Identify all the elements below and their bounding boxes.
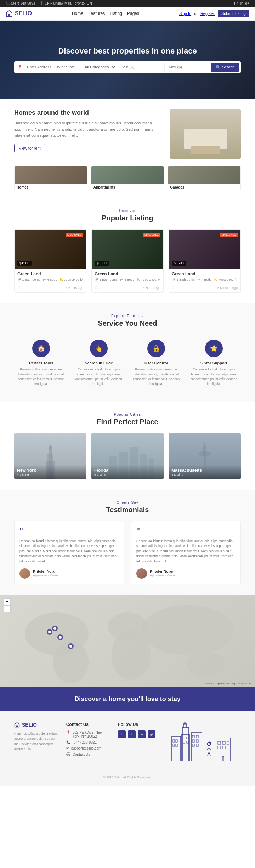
social-links[interactable]: f t in g+ (234, 1, 249, 5)
search-location-icon: 📍 (16, 65, 23, 70)
svg-line-56 (208, 752, 209, 756)
user-control-icon: 🔒 (147, 340, 165, 357)
footer-contact-link[interactable]: 💬 Contact Us (66, 752, 111, 756)
listing-body-3: Green Land 🚿 1 Bathrooms 🛏 4 Beds 📐 Area… (169, 269, 240, 292)
author-avatar-2 (136, 568, 147, 579)
footer-contact-col: Contact Us 📍 602 Park Ave, New York, NY … (66, 722, 111, 765)
new-york-count: 4 Listing (17, 473, 84, 476)
min-price-input[interactable] (119, 63, 163, 71)
footer-social-links: f t in g+ (118, 730, 163, 738)
category-homes[interactable]: Homes (14, 166, 87, 191)
author-avatar-1 (19, 568, 30, 579)
cta-text: Discover a home you'll love to stay (74, 695, 180, 702)
svg-line-57 (209, 752, 210, 756)
nav-pages[interactable]: Pages (127, 11, 139, 16)
nav-home[interactable]: Home (72, 11, 83, 16)
testimonial-text-1: Renean sollicitudin lorem quis bibendum … (19, 538, 119, 564)
map-zoom-controls: + − (4, 598, 11, 612)
signin-link[interactable]: Sign In (179, 11, 191, 16)
heart-icon-1[interactable]: ♡ (17, 286, 20, 290)
svg-line-54 (207, 748, 209, 750)
svg-rect-43 (183, 741, 185, 743)
popular-listing-title: Popular Listing (14, 214, 241, 222)
florida-name: Florida (94, 468, 161, 473)
heart-icon-2[interactable]: ♡ (95, 286, 97, 290)
svg-rect-63 (227, 741, 229, 744)
listing-meta-1: 🚿 1 Bathrooms 🛏 4 Beds 📐 Area 2402 ft² (17, 278, 83, 281)
search-location-input[interactable] (24, 63, 79, 71)
register-link[interactable]: Register (200, 11, 215, 16)
service-perfect-tools: 🏠 Perfect Tools Renean sollicitudin lore… (14, 335, 68, 391)
testimonial-2: " Renean sollicitudin lorem quis bibendu… (131, 521, 241, 584)
baths-1: 🚿 1 Bathrooms (17, 278, 40, 281)
city-florida[interactable]: Florida 5 Listing (91, 433, 164, 479)
listing-card-3[interactable]: $1500 LIVE SALE Green Land 🚿 1 Bathrooms… (169, 229, 241, 293)
listing-grid: $1500 LIVE SALE Green Land 🚿 1 Bathrooms… (14, 229, 241, 293)
homes-label: Homes (15, 184, 87, 191)
svg-rect-42 (187, 737, 188, 739)
svg-point-27 (53, 627, 56, 630)
top-bar: 📞 (347) 340-5893 📍 CF Fairview Mall, Tor… (0, 0, 255, 7)
divider-1 (80, 63, 80, 71)
twitter-icon[interactable]: t (237, 1, 238, 5)
svg-rect-50 (192, 744, 194, 746)
facebook-icon[interactable]: f (234, 1, 235, 5)
listing-title-2: Green Land (95, 271, 160, 276)
florida-count: 5 Listing (94, 473, 161, 476)
category-apartments[interactable]: Appartments (91, 166, 164, 191)
footer-twitter-icon[interactable]: t (128, 730, 136, 738)
search-button[interactable]: 🔍 Search (211, 63, 239, 72)
listing-body-2: Green Land 🚿 1 Bathrooms 🛏 4 Beds 📐 Area… (92, 269, 163, 292)
new-york-name: New York (17, 468, 84, 473)
city-massachusetts[interactable]: Massachusetts 3 Listing (169, 433, 241, 479)
max-price-input[interactable] (166, 63, 210, 71)
author-role-2: Appartment Owner (150, 573, 177, 577)
svg-rect-64 (218, 746, 221, 749)
listing-footer-1: ♡ 3 Hours Ago (17, 284, 83, 290)
google-icon[interactable]: g+ (245, 1, 249, 5)
nav-features[interactable]: Features (88, 11, 105, 16)
testimonial-text-2: Renean sollicitudin lorem quis bibendum … (136, 538, 236, 564)
footer-email[interactable]: ✉ support@selio.com (66, 746, 111, 750)
nav-listing[interactable]: Listing (110, 11, 122, 16)
view-for-rent-button[interactable]: View for rent (14, 144, 45, 152)
listing-card-2[interactable]: $1500 LIVE SALE Green Land 🚿 1 Bathrooms… (91, 229, 164, 293)
baths-3: 🚿 1 Bathrooms (172, 278, 195, 281)
svg-rect-6 (50, 444, 51, 447)
footer-google-icon[interactable]: g+ (148, 730, 155, 738)
category-garages[interactable]: Garages (168, 166, 241, 191)
category-select[interactable]: All Categories (82, 63, 116, 71)
svg-rect-65 (222, 746, 225, 749)
city-new-york[interactable]: New York 4 Listing (14, 433, 86, 479)
star-support-icon: ⭐ (205, 340, 223, 357)
perfect-tools-icon: 🏠 (32, 340, 50, 357)
zoom-out-button[interactable]: − (4, 605, 11, 612)
clients-say-label: Clients Say (14, 500, 241, 504)
heart-icon-3[interactable]: ♡ (172, 286, 175, 290)
zoom-in-button[interactable]: + (4, 598, 11, 605)
listing-card-1[interactable]: $1500 LIVE SALE Green Land 🚿 1 Bathrooms… (14, 229, 86, 293)
svg-rect-31 (16, 726, 18, 727)
submit-listing-button[interactable]: Submit Listing (218, 10, 249, 17)
footer-linkedin-icon[interactable]: in (138, 730, 146, 738)
footer-social-col: Follow Us f t in g+ (118, 722, 163, 765)
svg-rect-36 (176, 744, 177, 746)
service-4-desc: Renean sollicitudin lorem quis bibendum … (190, 367, 238, 386)
service-1-title: Perfect Tools (17, 361, 66, 365)
footer: SELIO Nam nec tellus a odio tincidunt au… (0, 711, 255, 786)
homes-text: Homes around the world Duis sed odio sit… (14, 109, 159, 152)
hero-section: Discover best properties in one place 📍 … (0, 21, 255, 99)
listing-title-1: Green Land (17, 271, 83, 276)
hero-title: Discover best properties in one place (14, 46, 241, 56)
logo[interactable]: SELIO (6, 10, 32, 17)
nav-auth: Sign In or Register Submit Listing (179, 10, 249, 17)
svg-point-20 (142, 605, 234, 655)
svg-line-55 (209, 748, 211, 750)
listing-badge-1: LIVE SALE (66, 233, 83, 237)
map-section: + − Leaflet | OpenStreetMap contributors (0, 595, 255, 687)
service-1-desc: Renean sollicitudin lorem quis bibendum … (17, 367, 66, 386)
footer-facebook-icon[interactable]: f (118, 730, 126, 738)
listing-title-3: Green Land (172, 271, 238, 276)
linkedin-icon[interactable]: in (240, 1, 243, 5)
florida-overlay: Florida 5 Listing (91, 465, 164, 479)
